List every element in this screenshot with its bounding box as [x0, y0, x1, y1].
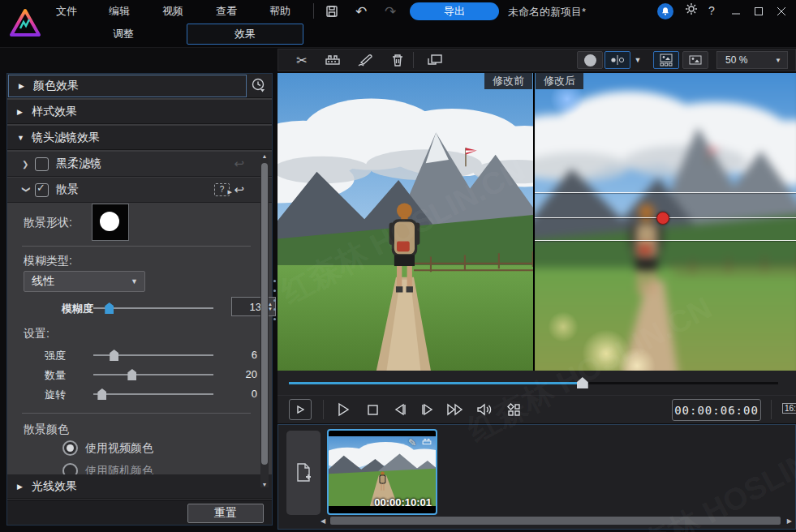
- bokeh-shape-swatch[interactable]: [92, 204, 129, 241]
- scroll-left-icon[interactable]: ◀: [321, 517, 325, 525]
- bokeh-shape-preview-button[interactable]: [577, 51, 603, 69]
- blur-amount-slider[interactable]: [93, 307, 213, 309]
- multi-trim-icon[interactable]: [321, 50, 345, 70]
- tilt-shift-center-handle[interactable]: [656, 212, 669, 225]
- add-media-button[interactable]: [286, 431, 321, 515]
- stop-button[interactable]: [360, 399, 385, 420]
- save-icon[interactable]: [321, 2, 342, 21]
- clip-thumbnail[interactable]: ✎ 00:00:10:01: [327, 429, 437, 515]
- video-frame: [278, 73, 533, 371]
- help-icon[interactable]: ?: [708, 4, 715, 17]
- tutorial-help-icon[interactable]: ?▶: [214, 183, 230, 196]
- export-button[interactable]: 导出: [410, 2, 499, 20]
- previous-frame-button[interactable]: [388, 399, 412, 420]
- slider-handle[interactable]: [97, 388, 106, 400]
- section-style-effects[interactable]: ▶ 样式效果: [7, 100, 272, 124]
- notification-bell-icon[interactable]: [657, 3, 673, 19]
- menu-help[interactable]: 帮助: [256, 4, 304, 19]
- maximize-button[interactable]: [750, 5, 768, 18]
- settings-gear-icon[interactable]: [685, 2, 698, 19]
- tilt-shift-guide-line[interactable]: [535, 192, 796, 193]
- timecode-display[interactable]: 00:00:06:00: [672, 399, 761, 421]
- dropdown-arrow-icon: ▼: [131, 277, 144, 285]
- section-light-effects[interactable]: ▶ 光线效果: [7, 474, 272, 499]
- minimize-button[interactable]: [727, 5, 745, 18]
- preview-area: 修改前: [278, 73, 796, 371]
- soft-focus-checkbox[interactable]: [35, 157, 49, 171]
- app-logo-icon[interactable]: [8, 6, 42, 40]
- pip-designer-icon[interactable]: [423, 50, 447, 70]
- reset-button[interactable]: 重置: [187, 504, 264, 523]
- volume-button[interactable]: [472, 399, 497, 420]
- menu-file[interactable]: 文件: [42, 4, 91, 19]
- menu-edit[interactable]: 编辑: [95, 4, 144, 19]
- redo-icon[interactable]: ↷: [380, 2, 401, 21]
- blur-type-label: 模糊类型:: [24, 254, 72, 268]
- clipped-row: 使用随机颜色: [7, 461, 259, 474]
- panel-scrollbar[interactable]: ▲ ▼: [260, 153, 269, 487]
- tab-effects[interactable]: 效果: [187, 24, 303, 45]
- slider-value: 0: [233, 388, 257, 400]
- bokeh-checkbox[interactable]: [35, 183, 49, 197]
- zoom-level-value: 50 %: [717, 54, 775, 66]
- rotation-slider[interactable]: [93, 393, 213, 395]
- aspect-ratio-dropdown[interactable]: 16:9 ˅: [782, 403, 796, 414]
- playhead-handle[interactable]: [577, 377, 588, 388]
- compare-split-view-button[interactable]: [605, 51, 630, 69]
- section-lens-effects[interactable]: ▼ 镜头滤镜效果: [7, 126, 272, 150]
- preview-after[interactable]: 修改后: [535, 73, 796, 371]
- delete-trash-icon[interactable]: [385, 50, 410, 70]
- scroll-right-icon[interactable]: ▶: [787, 517, 792, 525]
- dropdown-arrow-icon: ▼: [775, 57, 787, 64]
- radio-use-random-color-label[interactable]: 使用随机颜色: [85, 464, 153, 474]
- view-with-bin-button[interactable]: [653, 51, 679, 69]
- slider-handle[interactable]: [105, 302, 114, 314]
- controls-separator: [771, 400, 772, 419]
- amount-slider[interactable]: [93, 374, 213, 375]
- undo-icon[interactable]: ↶: [351, 2, 372, 21]
- radio-use-random-color[interactable]: [62, 463, 78, 474]
- radio-use-video-color[interactable]: [62, 440, 78, 456]
- fast-forward-button[interactable]: [443, 399, 467, 420]
- before-label: 修改前: [484, 73, 532, 89]
- scroll-up-icon[interactable]: ▲: [260, 153, 269, 159]
- tilt-shift-guide-line[interactable]: [535, 240, 796, 241]
- pen-tool-icon[interactable]: [353, 50, 377, 70]
- compare-dropdown-icon[interactable]: ▼: [631, 51, 644, 69]
- scrollbar-thumb[interactable]: [261, 163, 268, 465]
- media-bin-scrollbar[interactable]: ◀ ▶: [321, 517, 792, 526]
- panel-resize-handle[interactable]: [273, 280, 277, 320]
- toolbar-separator: [413, 52, 414, 68]
- reset-effect-icon: ↩: [234, 157, 244, 171]
- clip-badges: ✎: [408, 437, 432, 448]
- blur-type-dropdown[interactable]: 线性 ▼: [24, 271, 145, 292]
- keyframe-clock-icon[interactable]: [251, 77, 267, 96]
- effect-item-bokeh[interactable]: ❯ 散景 ?▶ ↩: [7, 178, 272, 203]
- scroll-down-icon[interactable]: ▼: [260, 482, 269, 487]
- effect-item-soft-focus[interactable]: ❯ 黑柔滤镜 ↩: [7, 152, 272, 177]
- preview-before[interactable]: 修改前: [278, 73, 533, 371]
- slider-handle[interactable]: [127, 369, 136, 380]
- split-scissors-icon[interactable]: ✂: [290, 50, 314, 70]
- section-label: 样式效果: [32, 105, 77, 119]
- select-zoom-grid-button[interactable]: [501, 399, 526, 420]
- menu-view[interactable]: 查看: [202, 4, 251, 19]
- strength-slider[interactable]: [93, 354, 213, 356]
- scrollbar-thumb[interactable]: [330, 517, 781, 525]
- tab-adjust[interactable]: 调整: [91, 24, 156, 44]
- menu-video[interactable]: 视频: [148, 4, 197, 19]
- section-color-effects[interactable]: ▶ 颜色效果: [7, 74, 272, 98]
- reset-effect-icon[interactable]: ↩: [234, 182, 244, 197]
- slider-label: 强度: [45, 349, 66, 363]
- project-title: 未命名的新项目*: [508, 5, 586, 19]
- next-frame-button[interactable]: [415, 399, 440, 420]
- seek-bar[interactable]: [289, 382, 778, 384]
- close-button[interactable]: [772, 5, 790, 18]
- slider-handle[interactable]: [110, 350, 118, 361]
- zoom-level-dropdown[interactable]: 50 % ▼: [716, 51, 788, 69]
- view-preview-only-button[interactable]: [682, 51, 708, 69]
- play-button[interactable]: [331, 399, 355, 420]
- preview-window-button[interactable]: [289, 399, 312, 420]
- slider-value: 6: [233, 349, 257, 361]
- radio-use-video-color-label[interactable]: 使用视频颜色: [85, 441, 153, 456]
